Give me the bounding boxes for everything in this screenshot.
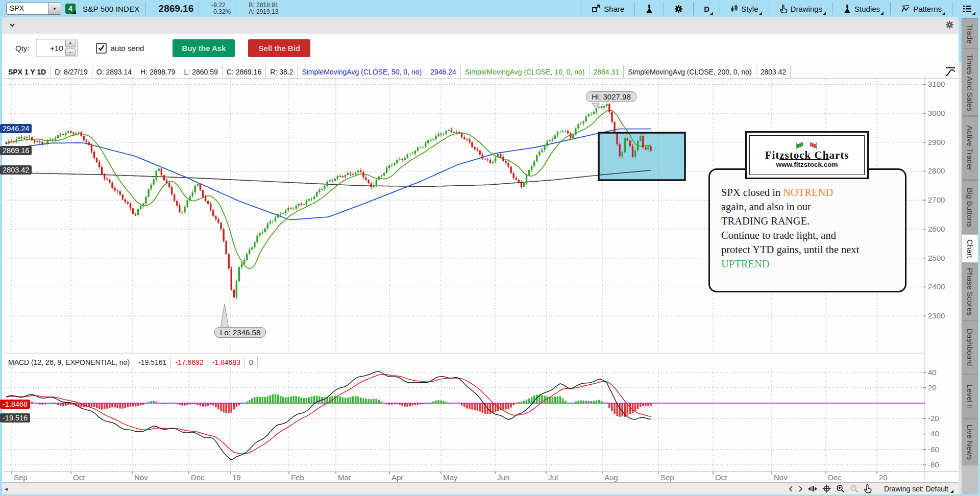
- chart-header-cell: SimpleMovingAvg (CLOSE, 50, 0, no): [298, 65, 426, 78]
- chart-header-cell: C: 2869.16: [223, 65, 266, 78]
- pan-hand-icon[interactable]: [864, 484, 872, 493]
- sidebar-tab-chart[interactable]: Chart: [962, 235, 978, 262]
- price-axis-label: 2800: [928, 166, 945, 175]
- chart-header-cell: 2884.31: [590, 65, 624, 78]
- drawing-set-selector[interactable]: Drawing set: Default: [884, 485, 953, 493]
- price-axis-label: 2700: [928, 195, 945, 204]
- trade-note-box: SPX closed in NOTRENDagain, and also in …: [708, 168, 906, 292]
- drawings-label: Drawings: [791, 5, 823, 13]
- logo-title: Fitzstock Charts: [765, 150, 849, 160]
- qty-increment-button[interactable]: +: [65, 40, 76, 47]
- scroll-left-icon[interactable]: ◂: [5, 485, 8, 492]
- sidebar-tab-dashboard[interactable]: Dashboard: [962, 321, 978, 374]
- quantity-stepper[interactable]: +10 + -: [36, 39, 78, 57]
- x-axis-label: Dec: [191, 473, 205, 482]
- sidebar-tab-times-and-sales[interactable]: Times And Sales: [962, 49, 978, 116]
- zoom-out-icon[interactable]: [850, 484, 859, 493]
- chart-header-cell: H: 2898.79: [136, 65, 180, 78]
- bar-spacing-icon[interactable]: [808, 485, 817, 492]
- x-axis-label: Dec: [828, 473, 842, 482]
- timeframe-button[interactable]: D: [699, 0, 715, 17]
- price-axis-label: 2600: [928, 225, 945, 233]
- timeframe-label: D: [704, 5, 709, 13]
- patterns-button[interactable]: Patterns: [896, 0, 947, 17]
- chart-header-cell: L: 2860.59: [180, 65, 223, 78]
- chart-style-curve-icon[interactable]: [944, 66, 957, 80]
- auto-send-checkbox[interactable]: [96, 43, 107, 54]
- x-axis-label: Oct: [715, 473, 727, 482]
- x-axis-label: Sep: [660, 473, 674, 482]
- macd-axis-label: -20: [928, 414, 939, 423]
- linked-group-badge[interactable]: 4: [65, 4, 76, 14]
- hand-icon: [779, 5, 788, 13]
- chart-status-header: SPX 1 Y 1DD: 8/27/19O: 2893.14H: 2898.79…: [4, 65, 791, 78]
- sidebar-tab-trade[interactable]: Trade: [962, 18, 978, 49]
- studies-button[interactable]: Studies: [838, 0, 885, 17]
- x-axis-label: Nov: [134, 473, 148, 482]
- style-label: Style: [741, 5, 758, 13]
- ask-value: A: 2919.13: [249, 9, 278, 15]
- x-axis-label: Jun: [497, 473, 509, 482]
- price-axis-label: 2400: [928, 282, 945, 291]
- flask-icon: [645, 5, 653, 13]
- crosshair-icon[interactable]: [822, 484, 831, 493]
- macd-status-header: MACD (12, 26, 9, EXPONENTIAL, no)-19.516…: [4, 356, 258, 368]
- separator: [693, 2, 694, 15]
- macd-header-cell: 0: [245, 356, 258, 368]
- macd-axis-label: 40: [928, 368, 937, 377]
- sidebar-tab-level-ii[interactable]: Level II: [962, 374, 978, 419]
- candlestick-icon: [730, 5, 738, 13]
- symbol-combo[interactable]: SPX ▼: [6, 3, 61, 15]
- style-button[interactable]: Style: [725, 0, 763, 17]
- sidebar-tab-live-news[interactable]: Live News: [962, 419, 978, 465]
- note-line: TRADING RANGE.: [721, 214, 905, 228]
- note-line: protect YTD gains, until the next: [721, 242, 905, 257]
- chart-header-cell: 2946.24: [426, 65, 461, 78]
- sidebar-tab-active-trader[interactable]: Active Trader: [962, 116, 978, 180]
- logo-url: www.fitzstock.com: [776, 161, 838, 168]
- note-line: Continue to trade light, and: [721, 228, 905, 242]
- buy-ask-button[interactable]: Buy the Ask: [173, 39, 235, 57]
- sidebar-tab-phase-scores[interactable]: Phase Scores: [962, 263, 978, 321]
- chart-header-cell: 2803.42: [756, 65, 791, 78]
- share-button[interactable]: Share: [586, 0, 629, 17]
- gadget-gear-icon[interactable]: [945, 20, 954, 31]
- pan-left-icon[interactable]: [789, 486, 793, 492]
- symbol-dropdown-button[interactable]: ▼: [48, 3, 61, 14]
- menu-button[interactable]: [958, 0, 977, 17]
- separator: [236, 2, 236, 15]
- chart-header-cell: D: 8/27/19: [51, 65, 92, 78]
- fitzstock-logo-box: Fitzstock Charts www.fitzstock.com: [745, 131, 869, 179]
- price-axis-label: 2900: [928, 138, 945, 146]
- note-line: UPTREND: [721, 257, 905, 271]
- qty-decrement-button[interactable]: -: [65, 48, 76, 56]
- logo-flags-icon: [795, 142, 819, 150]
- price-axis-badge: 2946.24: [0, 124, 32, 133]
- x-axis-label: Feb: [291, 473, 304, 482]
- change-percent: -0.32%: [211, 9, 231, 15]
- separator: [199, 2, 199, 15]
- chart-settings-button[interactable]: [669, 0, 688, 17]
- price-change: -9.22 -0.32%: [211, 2, 231, 15]
- separator: [634, 2, 635, 15]
- app-window: SPX ▼ 4 S&P 500 INDEX 2869.16 -9.22 -0.3…: [0, 0, 980, 496]
- zoom-in-icon[interactable]: [836, 484, 845, 493]
- x-axis-label: May: [443, 473, 457, 482]
- share-icon: [592, 5, 601, 13]
- macd-header-cell: -19.5161: [134, 356, 171, 368]
- note-line: SPX closed in NOTREND: [721, 185, 905, 200]
- patterns-label: Patterns: [913, 5, 942, 13]
- gadget-sidebar: TradeTimes And SalesActive TraderBig But…: [962, 18, 978, 494]
- pan-right-icon[interactable]: [798, 486, 803, 492]
- macd-axis-badge: -1.8468: [0, 400, 30, 409]
- analysis-button[interactable]: [640, 0, 658, 17]
- price-axis-badge: 2803.42: [0, 165, 32, 175]
- collapse-chevron-icon[interactable]: [8, 21, 16, 31]
- sidebar-tab-big-buttons[interactable]: Big Buttons: [962, 180, 978, 234]
- price-axis-label: 3100: [928, 80, 945, 88]
- sell-bid-button[interactable]: Sell the Bid: [248, 39, 310, 57]
- macd-header-cell: -1.84683: [208, 356, 245, 368]
- drawings-button[interactable]: Drawings: [774, 0, 828, 17]
- macd-axis-badge: -19.516: [0, 413, 30, 423]
- macd-axis-label: 20: [928, 383, 937, 392]
